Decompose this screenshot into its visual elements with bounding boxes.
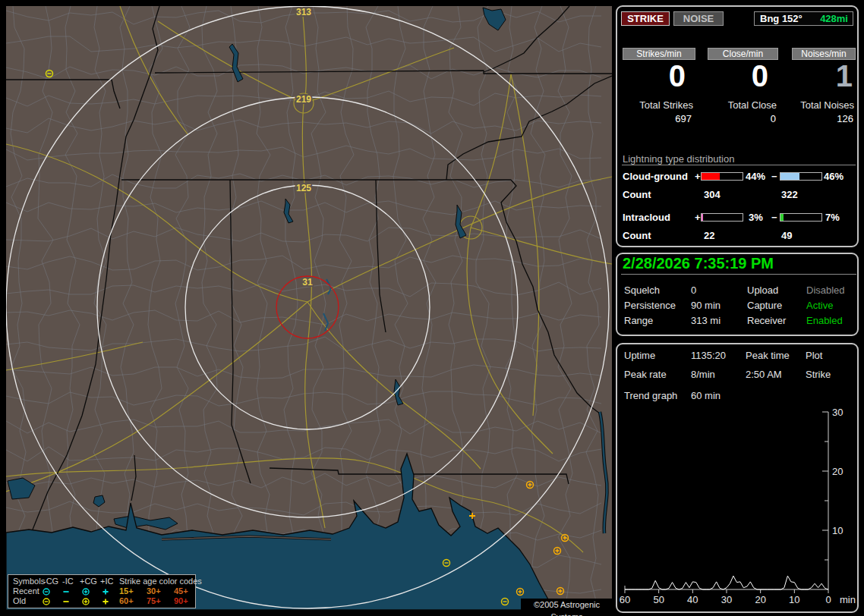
age-code-75: 75+ — [147, 596, 161, 605]
cg-count-label: Count — [623, 189, 651, 200]
noise-mode-button[interactable]: NOISE — [673, 11, 724, 26]
bearing-distance: 428mi — [820, 13, 848, 24]
x-axis-unit: min — [840, 594, 856, 605]
strike-mode-button[interactable]: STRIKE — [621, 11, 670, 26]
bearing-label: Bng 152° — [760, 13, 803, 24]
legend-old-ages: 60+75+90+ — [8, 596, 195, 605]
y-tick-label: 10 — [832, 525, 843, 536]
cg-plus-sign: + — [695, 171, 701, 182]
ic-minus-count: 49 — [781, 230, 792, 241]
cg-plus-bar — [701, 172, 743, 181]
status-divider — [621, 274, 856, 275]
legend-recent-ages: 15+30+45+ — [8, 586, 195, 596]
distribution-divider — [622, 165, 856, 165]
distribution-title: Lightning type distribution — [623, 153, 734, 165]
age-code-90: 90+ — [174, 596, 188, 605]
persistence-label: Persistence — [624, 300, 676, 311]
x-tick-label: 0 — [825, 594, 831, 605]
datetime-display: 2/28/2026 7:35:19 PM — [623, 255, 774, 272]
capture-status: Active — [806, 300, 833, 311]
x-tick-label: 20 — [755, 594, 765, 605]
noises-per-min-label: Noises/min — [792, 48, 856, 60]
squelch-label: Squelch — [624, 284, 660, 296]
lightning-map[interactable]: 31321912531 — [6, 6, 612, 610]
trend-axes — [625, 412, 828, 589]
x-tick-label: 10 — [789, 594, 799, 605]
ic-minus-bar — [780, 213, 822, 222]
trend-line — [625, 576, 828, 589]
ring-label-31: 31 — [302, 277, 313, 288]
symbol-legend: Symbols -CG -IC +CG +IC Strike age color… — [8, 574, 196, 608]
close-per-min-label: Close/min — [708, 48, 778, 60]
x-tick-label: 50 — [653, 594, 664, 605]
cg-plus-count: 304 — [704, 189, 721, 200]
legend-age-title: Strike age color codes — [119, 577, 202, 586]
age-code-45: 45+ — [174, 586, 188, 596]
bearing-badge: Bng 152° 428mi — [754, 11, 853, 26]
ic-plus-bar — [701, 213, 743, 222]
ic-count-label: Count — [623, 230, 651, 241]
squelch-value: 0 — [691, 284, 696, 296]
persistence-value: 90 min — [691, 300, 721, 311]
noises-per-min-value: 1 — [790, 62, 853, 90]
strikes-per-min-label: Strikes/min — [623, 48, 695, 60]
copyright-bar: ©2005 Astrogenic Systems — [521, 599, 613, 611]
legend-col-cg-neg: -CG — [43, 577, 58, 586]
cg-plus-pct: 44% — [746, 171, 765, 182]
intracloud-label: Intracloud — [623, 212, 670, 223]
close-per-min-value: 0 — [706, 62, 768, 90]
y-tick-label: 30 — [832, 407, 843, 418]
ic-minus-pct: 7% — [825, 212, 840, 223]
ic-plus-count: 22 — [704, 230, 714, 241]
age-code-60: 60+ — [119, 596, 134, 605]
ring-label-125: 125 — [296, 183, 311, 193]
total-noises-value: 126 — [784, 113, 853, 124]
receiver-label: Receiver — [747, 315, 786, 326]
ring-label-219: 219 — [296, 94, 311, 105]
cloud-ground-label: Cloud-ground — [623, 171, 688, 182]
legend-col-ic-pos: +IC — [100, 577, 113, 586]
ring-label-313: 313 — [296, 7, 311, 17]
range-label: Range — [624, 315, 653, 326]
strikes-per-min-value: 0 — [622, 62, 686, 90]
trend-graph: 1020306050403020100min — [616, 343, 861, 610]
legend-col-ic-neg: -IC — [62, 577, 74, 586]
ic-plus-sign: + — [695, 212, 701, 223]
total-close-label: Total Close — [706, 99, 777, 111]
legend-symbols-header: Symbols — [13, 577, 45, 586]
cg-minus-count: 322 — [781, 189, 798, 200]
age-code-15: 15+ — [119, 586, 134, 596]
cg-minus-bar — [780, 172, 822, 181]
upload-status: Disabled — [806, 284, 845, 296]
x-tick-label: 40 — [687, 594, 698, 605]
total-noises-label: Total Noises — [784, 99, 854, 111]
cg-minus-pct: 46% — [824, 171, 844, 182]
cg-minus-sign: − — [771, 171, 777, 182]
range-value: 313 mi — [691, 315, 721, 326]
receiver-status: Enabled — [806, 315, 843, 326]
x-tick-label: 30 — [721, 594, 732, 605]
total-strikes-value: 697 — [622, 113, 692, 124]
legend-col-cg-pos: +CG — [80, 577, 97, 586]
total-strikes-label: Total Strikes — [622, 99, 693, 111]
ic-plus-pct: 3% — [749, 212, 763, 223]
x-tick-label: 60 — [620, 594, 630, 605]
total-close-value: 0 — [706, 113, 776, 124]
upload-label: Upload — [747, 284, 778, 296]
age-code-30: 30+ — [147, 586, 161, 596]
capture-label: Capture — [747, 300, 782, 311]
y-tick-label: 20 — [832, 466, 843, 477]
ic-minus-sign: − — [771, 212, 777, 223]
